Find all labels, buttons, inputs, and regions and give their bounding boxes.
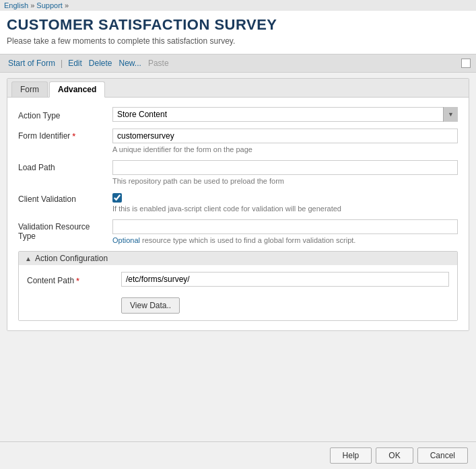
content-path-field — [121, 272, 449, 287]
breadcrumb-sep1: » — [30, 1, 34, 9]
validation-resource-row: Validation Resource Type Optional resour… — [18, 219, 458, 244]
tab-advanced[interactable]: Advanced — [49, 81, 105, 98]
client-validation-field: If this is enabled java-script client co… — [112, 192, 458, 213]
validation-resource-hint-rest: resource type which is used to find a gl… — [140, 236, 355, 244]
content-path-label: Content Path * — [27, 273, 121, 286]
client-validation-wrapper — [112, 192, 458, 203]
main-content: Form Advanced Action Type Store Content … — [0, 73, 476, 336]
optional-link: Optional — [112, 236, 140, 244]
top-bar: English » Support » — [0, 0, 476, 11]
content-path-row: Content Path * — [27, 272, 449, 287]
toolbar-sep1: | — [59, 59, 64, 68]
tab-container: Form Advanced Action Type Store Content … — [7, 78, 469, 331]
tab-content-advanced: Action Type Store Content Redirect Scrip… — [7, 98, 469, 330]
ok-button[interactable]: OK — [376, 447, 413, 464]
validation-resource-input[interactable] — [112, 219, 458, 234]
view-data-button[interactable]: View Data.. — [121, 297, 180, 314]
page-header: CUSTOMER SATISFACTION SURVEY Please take… — [0, 11, 476, 54]
content-path-input[interactable] — [121, 272, 449, 287]
client-validation-row: Client Validation If this is enabled jav… — [18, 192, 458, 213]
required-star-identifier: * — [72, 131, 75, 141]
validation-resource-label: Validation Resource Type — [18, 219, 112, 241]
breadcrumb-sep2: » — [65, 1, 69, 9]
load-path-hint: This repository path can be used to prel… — [112, 177, 458, 185]
cancel-button[interactable]: Cancel — [417, 447, 468, 464]
toolbar-delete[interactable]: Delete — [86, 57, 115, 69]
toolbar: Start of Form | Edit Delete New... Paste — [0, 54, 476, 73]
action-config-title: Action Configuration — [35, 254, 108, 263]
form-identifier-field: A unique identifier for the form on the … — [112, 129, 458, 153]
page-subtitle: Please take a few moments to complete th… — [7, 36, 469, 50]
collapse-icon: ▲ — [24, 254, 32, 262]
action-type-select-wrapper: Store Content Redirect Script — [112, 107, 458, 122]
toolbar-start-of-form[interactable]: Start of Form — [5, 57, 58, 69]
page-footer: Help OK Cancel — [0, 441, 476, 469]
load-path-field: This repository path can be used to prel… — [112, 160, 458, 185]
toolbar-new[interactable]: New... — [116, 57, 144, 69]
load-path-row: Load Path This repository path can be us… — [18, 160, 458, 185]
action-config-header[interactable]: ▲ Action Configuration — [19, 252, 457, 265]
validation-resource-hint: Optional resource type which is used to … — [112, 236, 458, 244]
help-button[interactable]: Help — [330, 447, 372, 464]
client-validation-label: Client Validation — [18, 192, 112, 204]
action-type-row: Action Type Store Content Redirect Scrip… — [18, 107, 458, 122]
page-title: CUSTOMER SATISFACTION SURVEY — [7, 16, 469, 34]
form-identifier-input[interactable] — [112, 129, 458, 143]
validation-resource-field: Optional resource type which is used to … — [112, 219, 458, 244]
client-validation-checkbox[interactable] — [112, 193, 122, 203]
view-data-wrapper: View Data.. — [27, 293, 449, 314]
breadcrumb-support[interactable]: Support — [36, 1, 63, 9]
load-path-label: Load Path — [18, 160, 112, 172]
form-identifier-label: Form Identifier * — [18, 129, 112, 141]
action-config-section: ▲ Action Configuration Content Path * — [18, 251, 458, 321]
toolbar-checkbox[interactable] — [461, 59, 471, 68]
required-star-content: * — [76, 276, 79, 286]
action-type-label: Action Type — [18, 108, 112, 120]
action-type-select[interactable]: Store Content Redirect Script — [112, 107, 458, 122]
action-config-body: Content Path * View Data.. — [19, 265, 457, 320]
breadcrumb-english[interactable]: English — [4, 1, 28, 9]
tab-bar: Form Advanced — [7, 79, 469, 98]
tab-form[interactable]: Form — [11, 81, 48, 97]
form-identifier-hint: A unique identifier for the form on the … — [112, 145, 458, 153]
action-type-field: Store Content Redirect Script — [112, 107, 458, 122]
toolbar-paste: Paste — [145, 57, 172, 69]
toolbar-edit[interactable]: Edit — [65, 57, 85, 69]
client-validation-hint: If this is enabled java-script client co… — [112, 205, 458, 213]
load-path-input[interactable] — [112, 160, 458, 175]
form-identifier-row: Form Identifier * A unique identifier fo… — [18, 129, 458, 153]
